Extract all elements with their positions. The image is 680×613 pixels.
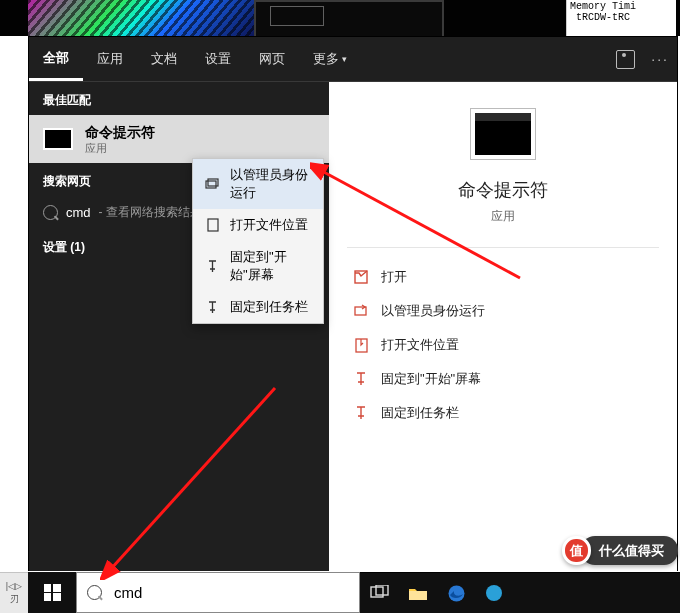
action-run-admin[interactable]: 以管理员身份运行 — [329, 294, 677, 328]
search-tabs: 全部 应用 文档 设置 网页 更多 ··· — [29, 37, 677, 82]
separator — [347, 247, 659, 248]
svg-point-11 — [448, 585, 464, 601]
action-pin-taskbar[interactable]: 固定到任务栏 — [329, 396, 677, 430]
ctx-pin-taskbar-label: 固定到任务栏 — [230, 298, 308, 316]
ctx-open-location[interactable]: 打开文件位置 — [193, 209, 323, 241]
ctx-pin-taskbar[interactable]: 固定到任务栏 — [193, 291, 323, 323]
best-match-item[interactable]: 命令提示符 应用 — [29, 115, 329, 163]
best-match-title: 命令提示符 — [85, 123, 155, 141]
search-icon — [43, 205, 58, 220]
results-pane: 最佳匹配 命令提示符 应用 搜索网页 cmd - 查看网络搜索结果 设置 (1) — [29, 82, 329, 571]
admin-icon — [353, 303, 369, 319]
context-menu: 以管理员身份运行 打开文件位置 固定到"开始"屏幕 固定到任务栏 — [192, 158, 324, 324]
smzdm-badge: 值 — [562, 536, 591, 565]
pin-taskbar-icon — [205, 300, 220, 315]
ctx-open-location-label: 打开文件位置 — [230, 216, 308, 234]
section-best-match: 最佳匹配 — [29, 82, 329, 115]
detail-thumb — [470, 108, 536, 160]
detail-subtitle: 应用 — [329, 208, 677, 225]
pin-taskbar-icon — [353, 405, 369, 421]
action-open-location[interactable]: 打开文件位置 — [329, 328, 677, 362]
action-open[interactable]: 打开 — [329, 260, 677, 294]
tab-more[interactable]: 更多 — [299, 37, 361, 81]
desktop-rgb-background — [28, 0, 258, 36]
detail-pane: 命令提示符 应用 打开 以管理员身份运行 打开文件位置 — [329, 82, 677, 571]
explorer-icon[interactable] — [406, 581, 430, 605]
cmd-icon — [43, 128, 73, 150]
detail-title: 命令提示符 — [329, 178, 677, 202]
pin-start-icon — [353, 371, 369, 387]
search-icon — [87, 585, 102, 600]
action-pin-start[interactable]: 固定到"开始"屏幕 — [329, 362, 677, 396]
desktop-hardware-window — [254, 0, 444, 36]
action-pin-start-label: 固定到"开始"屏幕 — [381, 370, 481, 388]
player-mini[interactable]: |◁▷ 刃 — [0, 572, 28, 613]
taskbar: |◁▷ 刃 — [0, 572, 680, 613]
edge-icon[interactable] — [444, 581, 468, 605]
action-open-location-label: 打开文件位置 — [381, 336, 459, 354]
web-search-hint: - 查看网络搜索结果 — [99, 204, 202, 221]
web-search-term: cmd — [66, 205, 91, 220]
folder-icon — [205, 218, 220, 233]
notepad-window: Memory Timi tRCDW-tRC — [566, 0, 676, 36]
ctx-pin-start-label: 固定到"开始"屏幕 — [230, 248, 311, 284]
folder-icon — [353, 337, 369, 353]
ctx-run-admin-label: 以管理员身份运行 — [230, 166, 311, 202]
svg-rect-5 — [208, 219, 218, 231]
pin-start-icon — [205, 259, 220, 274]
svg-point-12 — [486, 585, 502, 601]
tab-apps[interactable]: 应用 — [83, 37, 137, 81]
start-button[interactable] — [28, 572, 76, 613]
open-icon — [353, 269, 369, 285]
feedback-icon[interactable] — [616, 50, 635, 69]
admin-icon — [205, 177, 220, 192]
smzdm-label: 什么值得买 — [581, 536, 678, 565]
best-match-subtitle: 应用 — [85, 141, 155, 155]
svg-rect-10 — [409, 591, 427, 600]
action-open-label: 打开 — [381, 268, 407, 286]
windows-icon — [44, 584, 61, 601]
tab-all[interactable]: 全部 — [29, 37, 83, 81]
tab-web[interactable]: 网页 — [245, 37, 299, 81]
taskbar-rest — [360, 572, 680, 613]
start-search-panel: 全部 应用 文档 设置 网页 更多 ··· 最佳匹配 命令提示符 应用 — [28, 36, 678, 571]
ctx-run-admin[interactable]: 以管理员身份运行 — [193, 159, 323, 209]
smzdm-watermark: 值 什么值得买 — [562, 536, 678, 565]
app-icon[interactable] — [482, 581, 506, 605]
overflow-icon[interactable]: ··· — [651, 51, 669, 67]
tab-settings[interactable]: 设置 — [191, 37, 245, 81]
action-pin-taskbar-label: 固定到任务栏 — [381, 404, 459, 422]
tab-docs[interactable]: 文档 — [137, 37, 191, 81]
taskbar-search-input[interactable] — [112, 583, 349, 602]
action-run-admin-label: 以管理员身份运行 — [381, 302, 485, 320]
ctx-pin-start[interactable]: 固定到"开始"屏幕 — [193, 241, 323, 291]
taskbar-search[interactable] — [76, 572, 360, 613]
task-view-icon[interactable] — [368, 581, 392, 605]
